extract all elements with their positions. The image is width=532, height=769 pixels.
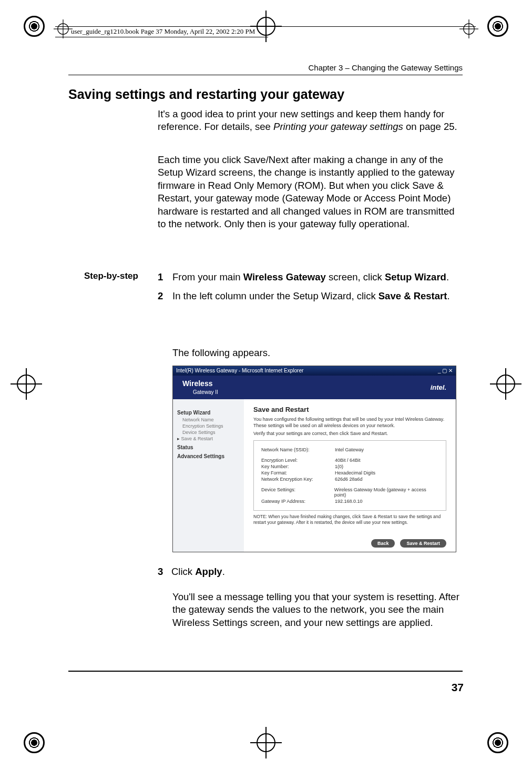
intel-logo: intel. — [431, 383, 446, 391]
embedded-screenshot: Intel(R) Wireless Gateway - Microsoft In… — [172, 366, 456, 552]
row-device: Device Settings:Wireless Gateway Mode (g… — [261, 487, 438, 498]
back-button[interactable]: Back — [371, 539, 395, 548]
brand-wireless: Wireless — [182, 379, 212, 388]
intro-paragraph-2: Each time you click Save/Next after maki… — [158, 154, 463, 230]
sidebar-advanced[interactable]: Advanced Settings — [177, 453, 240, 459]
sidebar: Setup Wizard Network Name Encryption Set… — [173, 399, 244, 552]
panel-title: Save and Restart — [253, 406, 446, 413]
sidebar-item-network-name[interactable]: Network Name — [182, 417, 240, 422]
section-heading: Saving settings and restarting your gate… — [68, 87, 344, 102]
sidebar-item-save-restart[interactable]: Save & Restart — [182, 436, 240, 441]
steps-list: 1 From your main Wireless Gateway screen… — [158, 271, 463, 309]
dev-label: Device Settings: — [261, 487, 334, 498]
step-3-text-a: Click — [171, 566, 195, 577]
step-1-text-d: . — [446, 271, 449, 282]
save-restart-button[interactable]: Save & Restart — [400, 539, 446, 548]
dev-value: Wireless Gateway Mode (gateway + access … — [334, 487, 438, 498]
keyfmt-value: Hexadecimal Digits — [335, 470, 375, 475]
keynum-value: 1(0) — [335, 464, 343, 469]
row-keyformat: Key Format:Hexadecimal Digits — [261, 470, 438, 475]
crosshair-icon — [250, 727, 282, 758]
enc-value: 40Bit / 64Bit — [335, 458, 361, 463]
app-header: Wireless Gateway II intel. — [173, 376, 456, 399]
closing-paragraph: You'll see a message telling you that yo… — [172, 591, 463, 629]
sidebar-item-device[interactable]: Device Settings — [182, 430, 240, 435]
enc-label: Encryption Level: — [261, 458, 335, 463]
row-keynumber: Key Number:1(0) — [261, 464, 438, 469]
step-2-text-c: . — [447, 290, 449, 301]
ip-label: Gateway IP Address: — [261, 499, 335, 504]
window-titlebar: Intel(R) Wireless Gateway - Microsoft In… — [173, 366, 456, 376]
step-2: 2 In the left column under the Setup Wiz… — [158, 290, 463, 302]
intro1-text-b: on page 25. — [403, 121, 457, 132]
row-ip: Gateway IP Address:192.168.0.10 — [261, 499, 438, 504]
step-3-number: 3 — [158, 565, 171, 578]
crosshair-small-icon — [459, 19, 478, 38]
keyfmt-label: Key Format: — [261, 470, 335, 475]
brand-gateway: Gateway II — [193, 389, 218, 395]
step-1-text-a: From your main — [172, 271, 243, 282]
filepath-underline — [55, 37, 268, 37]
ssid-label: Network Name (SSID): — [261, 447, 335, 452]
file-path-text: user_guide_rg1210.book Page 37 Monday, A… — [71, 27, 255, 36]
button-row: Back Save & Restart — [371, 539, 446, 548]
page-number: 37 — [452, 681, 464, 694]
sidebar-status[interactable]: Status — [177, 444, 240, 450]
registration-mark-icon — [487, 16, 508, 37]
netkey-label: Network Encryption Key: — [261, 477, 335, 482]
panel-desc-1: You have configured the following settin… — [253, 417, 446, 429]
step-1-bold-1: Wireless Gateway — [243, 271, 326, 282]
ip-value: 192.168.0.10 — [335, 499, 363, 504]
registration-mark-icon — [487, 732, 508, 753]
row-encryption: Encryption Level:40Bit / 64Bit — [261, 458, 438, 463]
step-2-number: 2 — [158, 290, 163, 302]
registration-mark-icon — [24, 732, 45, 753]
chapter-header: Chapter 3 – Changing the Gateway Setting… — [68, 63, 463, 72]
intro-paragraph-1: It's a good idea to print your new setti… — [158, 108, 463, 134]
step-by-step-label: Step-by-step — [84, 271, 138, 281]
keynum-label: Key Number: — [261, 464, 335, 469]
chapter-rule — [68, 75, 463, 75]
screenshot-body: Setup Wizard Network Name Encryption Set… — [173, 399, 456, 552]
panel-desc-2: Verify that your settings are correct, t… — [253, 431, 446, 437]
step-2-text-a: In the left column under the Setup Wizar… — [172, 290, 378, 301]
crosshair-icon — [11, 368, 42, 400]
sidebar-item-encryption[interactable]: Encryption Settings — [182, 423, 240, 429]
main-panel: Save and Restart You have configured the… — [244, 399, 456, 552]
step-2-bold-1: Save & Restart — [378, 290, 447, 301]
footer-rule — [68, 671, 463, 672]
step-1-bold-2: Setup Wizard — [385, 271, 446, 282]
step-3: 3Click Apply. — [158, 565, 463, 578]
crosshair-small-icon — [54, 19, 73, 38]
window-controls: _ ▢ ✕ — [438, 366, 453, 376]
intro1-italic: Printing your gateway settings — [273, 121, 403, 132]
step-1-text-c: screen, click — [326, 271, 385, 282]
row-netkey: Network Encryption Key:626d6 28a6d — [261, 477, 438, 482]
top-rule — [55, 26, 476, 27]
step-1: 1 From your main Wireless Gateway screen… — [158, 271, 463, 284]
brand-left: Wireless Gateway II — [182, 379, 218, 396]
following-text: The following appears. — [172, 347, 270, 359]
step-3-text-c: . — [222, 566, 225, 577]
row-ssid: Network Name (SSID):Intel Gateway — [261, 447, 438, 452]
settings-summary-box: Network Name (SSID):Intel Gateway Encryp… — [253, 440, 446, 511]
crosshair-icon — [490, 368, 521, 400]
ssid-value: Intel Gateway — [335, 447, 364, 452]
sidebar-setup-wizard[interactable]: Setup Wizard — [177, 410, 240, 416]
registration-mark-icon — [24, 16, 45, 37]
step-3-bold: Apply — [195, 566, 222, 577]
step-1-number: 1 — [158, 271, 163, 284]
netkey-value: 626d6 28a6d — [335, 477, 363, 482]
panel-note: NOTE: When you have finished making chan… — [253, 514, 446, 525]
window-title: Intel(R) Wireless Gateway - Microsoft In… — [176, 366, 303, 376]
